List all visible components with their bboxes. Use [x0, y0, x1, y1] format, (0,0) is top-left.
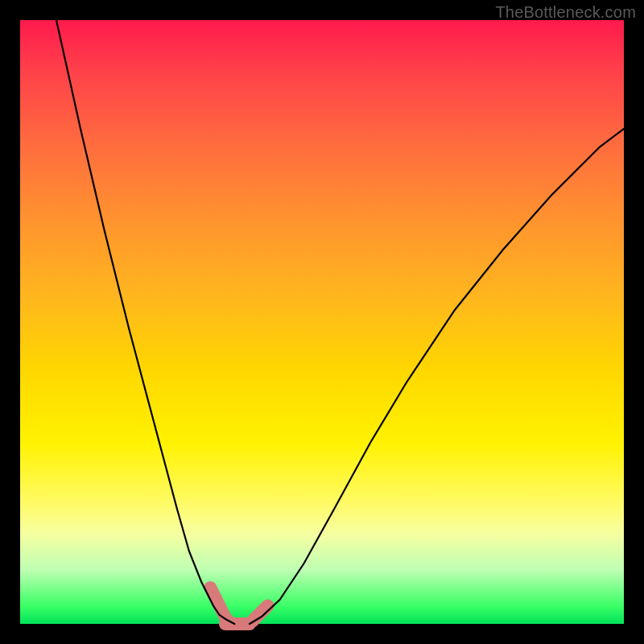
curve-lines [56, 20, 624, 624]
chart-svg [20, 20, 624, 624]
right-curve [250, 129, 624, 624]
chart-frame: TheBottleneck.com [0, 0, 644, 644]
watermark-text: TheBottleneck.com [495, 3, 636, 22]
left-curve [56, 20, 234, 624]
